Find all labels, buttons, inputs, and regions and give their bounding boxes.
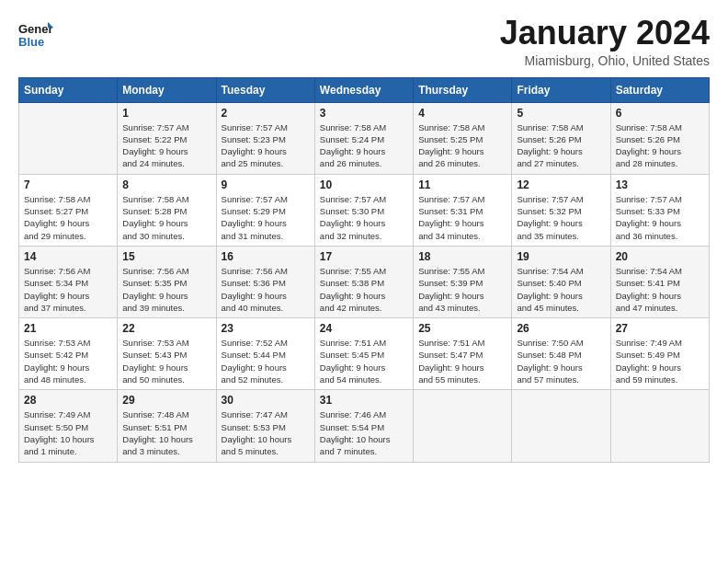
day-number: 26	[517, 322, 605, 335]
calendar-cell: 9Sunrise: 7:57 AM Sunset: 5:29 PM Daylig…	[216, 174, 314, 246]
day-info: Sunrise: 7:54 AM Sunset: 5:41 PM Dayligh…	[616, 265, 704, 314]
day-info: Sunrise: 7:55 AM Sunset: 5:38 PM Dayligh…	[320, 265, 408, 314]
day-info: Sunrise: 7:53 AM Sunset: 5:43 PM Dayligh…	[122, 337, 210, 385]
day-info: Sunrise: 7:56 AM Sunset: 5:35 PM Dayligh…	[122, 265, 210, 314]
calendar-cell: 30Sunrise: 7:47 AM Sunset: 5:53 PM Dayli…	[216, 390, 314, 462]
day-number: 13	[616, 178, 704, 191]
calendar-cell: 24Sunrise: 7:51 AM Sunset: 5:45 PM Dayli…	[314, 318, 413, 390]
day-number: 22	[122, 322, 210, 335]
calendar-day-header: Friday	[512, 77, 610, 102]
day-info: Sunrise: 7:58 AM Sunset: 5:24 PM Dayligh…	[320, 121, 408, 170]
calendar-cell: 26Sunrise: 7:50 AM Sunset: 5:48 PM Dayli…	[512, 318, 610, 390]
calendar-cell: 22Sunrise: 7:53 AM Sunset: 5:43 PM Dayli…	[118, 318, 216, 390]
calendar-cell	[19, 102, 118, 174]
calendar-day-header: Tuesday	[216, 77, 314, 102]
calendar-day-header: Monday	[118, 77, 216, 102]
day-info: Sunrise: 7:56 AM Sunset: 5:34 PM Dayligh…	[24, 265, 112, 314]
day-number: 29	[122, 394, 210, 407]
calendar-cell: 20Sunrise: 7:54 AM Sunset: 5:41 PM Dayli…	[610, 246, 709, 317]
day-number: 23	[222, 322, 310, 335]
calendar-day-header: Saturday	[610, 77, 709, 102]
day-number: 4	[418, 107, 506, 120]
calendar-cell: 17Sunrise: 7:55 AM Sunset: 5:38 PM Dayli…	[314, 246, 413, 317]
calendar-cell: 7Sunrise: 7:58 AM Sunset: 5:27 PM Daylig…	[19, 174, 118, 246]
calendar-cell: 3Sunrise: 7:58 AM Sunset: 5:24 PM Daylig…	[314, 102, 413, 174]
svg-text:Blue: Blue	[18, 35, 44, 49]
day-info: Sunrise: 7:46 AM Sunset: 5:54 PM Dayligh…	[320, 408, 408, 457]
location: Miamisburg, Ohio, United States	[500, 53, 710, 68]
day-info: Sunrise: 7:58 AM Sunset: 5:27 PM Dayligh…	[24, 193, 112, 242]
page-header: General Blue January 2024 Miamisburg, Oh…	[18, 15, 710, 68]
calendar-cell: 31Sunrise: 7:46 AM Sunset: 5:54 PM Dayli…	[314, 390, 413, 462]
calendar-cell: 5Sunrise: 7:58 AM Sunset: 5:26 PM Daylig…	[512, 102, 610, 174]
day-info: Sunrise: 7:51 AM Sunset: 5:47 PM Dayligh…	[418, 337, 506, 385]
calendar-cell: 23Sunrise: 7:52 AM Sunset: 5:44 PM Dayli…	[216, 318, 314, 390]
day-number: 16	[222, 250, 310, 263]
day-info: Sunrise: 7:56 AM Sunset: 5:36 PM Dayligh…	[222, 265, 310, 314]
day-info: Sunrise: 7:57 AM Sunset: 5:31 PM Dayligh…	[418, 193, 506, 242]
day-info: Sunrise: 7:57 AM Sunset: 5:22 PM Dayligh…	[122, 121, 210, 170]
day-info: Sunrise: 7:58 AM Sunset: 5:26 PM Dayligh…	[517, 121, 605, 170]
day-info: Sunrise: 7:54 AM Sunset: 5:40 PM Dayligh…	[517, 265, 605, 314]
title-block: January 2024 Miamisburg, Ohio, United St…	[500, 15, 710, 68]
logo-icon: General Blue	[18, 15, 53, 50]
day-number: 6	[616, 107, 704, 120]
day-number: 15	[122, 250, 210, 263]
calendar-cell: 11Sunrise: 7:57 AM Sunset: 5:31 PM Dayli…	[414, 174, 512, 246]
calendar-cell: 29Sunrise: 7:48 AM Sunset: 5:51 PM Dayli…	[118, 390, 216, 462]
calendar-table: SundayMondayTuesdayWednesdayThursdayFrid…	[18, 77, 710, 463]
calendar-week-row: 1Sunrise: 7:57 AM Sunset: 5:22 PM Daylig…	[19, 102, 710, 174]
day-number: 1	[122, 107, 210, 120]
day-info: Sunrise: 7:55 AM Sunset: 5:39 PM Dayligh…	[418, 265, 506, 314]
day-info: Sunrise: 7:57 AM Sunset: 5:30 PM Dayligh…	[320, 193, 408, 242]
day-number: 17	[320, 250, 408, 263]
day-info: Sunrise: 7:57 AM Sunset: 5:23 PM Dayligh…	[222, 121, 310, 170]
calendar-cell: 27Sunrise: 7:49 AM Sunset: 5:49 PM Dayli…	[610, 318, 709, 390]
calendar-cell: 15Sunrise: 7:56 AM Sunset: 5:35 PM Dayli…	[118, 246, 216, 317]
day-number: 11	[418, 178, 506, 191]
calendar-week-row: 28Sunrise: 7:49 AM Sunset: 5:50 PM Dayli…	[19, 390, 710, 462]
day-info: Sunrise: 7:58 AM Sunset: 5:25 PM Dayligh…	[418, 121, 506, 170]
day-number: 7	[24, 178, 112, 191]
day-number: 28	[24, 394, 112, 407]
calendar-cell: 6Sunrise: 7:58 AM Sunset: 5:26 PM Daylig…	[610, 102, 709, 174]
calendar-day-header: Sunday	[19, 77, 118, 102]
day-number: 2	[222, 107, 310, 120]
calendar-cell: 8Sunrise: 7:58 AM Sunset: 5:28 PM Daylig…	[118, 174, 216, 246]
calendar-cell: 25Sunrise: 7:51 AM Sunset: 5:47 PM Dayli…	[414, 318, 512, 390]
calendar-cell: 12Sunrise: 7:57 AM Sunset: 5:32 PM Dayli…	[512, 174, 610, 246]
day-info: Sunrise: 7:48 AM Sunset: 5:51 PM Dayligh…	[122, 408, 210, 457]
day-number: 14	[24, 250, 112, 263]
day-number: 9	[222, 178, 310, 191]
calendar-header-row: SundayMondayTuesdayWednesdayThursdayFrid…	[19, 77, 710, 102]
day-info: Sunrise: 7:52 AM Sunset: 5:44 PM Dayligh…	[222, 337, 310, 385]
day-info: Sunrise: 7:53 AM Sunset: 5:42 PM Dayligh…	[24, 337, 112, 385]
calendar-week-row: 21Sunrise: 7:53 AM Sunset: 5:42 PM Dayli…	[19, 318, 710, 390]
day-number: 27	[616, 322, 704, 335]
day-number: 20	[616, 250, 704, 263]
calendar-day-header: Thursday	[414, 77, 512, 102]
day-number: 21	[24, 322, 112, 335]
day-info: Sunrise: 7:57 AM Sunset: 5:29 PM Dayligh…	[222, 193, 310, 242]
calendar-cell: 1Sunrise: 7:57 AM Sunset: 5:22 PM Daylig…	[118, 102, 216, 174]
day-number: 8	[122, 178, 210, 191]
day-info: Sunrise: 7:50 AM Sunset: 5:48 PM Dayligh…	[517, 337, 605, 385]
calendar-week-row: 7Sunrise: 7:58 AM Sunset: 5:27 PM Daylig…	[19, 174, 710, 246]
day-info: Sunrise: 7:49 AM Sunset: 5:50 PM Dayligh…	[24, 408, 112, 457]
calendar-cell	[414, 390, 512, 462]
day-info: Sunrise: 7:57 AM Sunset: 5:32 PM Dayligh…	[517, 193, 605, 242]
day-info: Sunrise: 7:51 AM Sunset: 5:45 PM Dayligh…	[320, 337, 408, 385]
day-info: Sunrise: 7:57 AM Sunset: 5:33 PM Dayligh…	[616, 193, 704, 242]
calendar-cell: 2Sunrise: 7:57 AM Sunset: 5:23 PM Daylig…	[216, 102, 314, 174]
day-number: 30	[222, 394, 310, 407]
calendar-cell: 14Sunrise: 7:56 AM Sunset: 5:34 PM Dayli…	[19, 246, 118, 317]
day-info: Sunrise: 7:47 AM Sunset: 5:53 PM Dayligh…	[222, 408, 310, 457]
day-number: 19	[517, 250, 605, 263]
day-number: 24	[320, 322, 408, 335]
calendar-cell: 10Sunrise: 7:57 AM Sunset: 5:30 PM Dayli…	[314, 174, 413, 246]
day-info: Sunrise: 7:58 AM Sunset: 5:28 PM Dayligh…	[122, 193, 210, 242]
day-info: Sunrise: 7:58 AM Sunset: 5:26 PM Dayligh…	[616, 121, 704, 170]
calendar-cell	[610, 390, 709, 462]
calendar-cell	[512, 390, 610, 462]
logo: General Blue	[18, 15, 53, 50]
